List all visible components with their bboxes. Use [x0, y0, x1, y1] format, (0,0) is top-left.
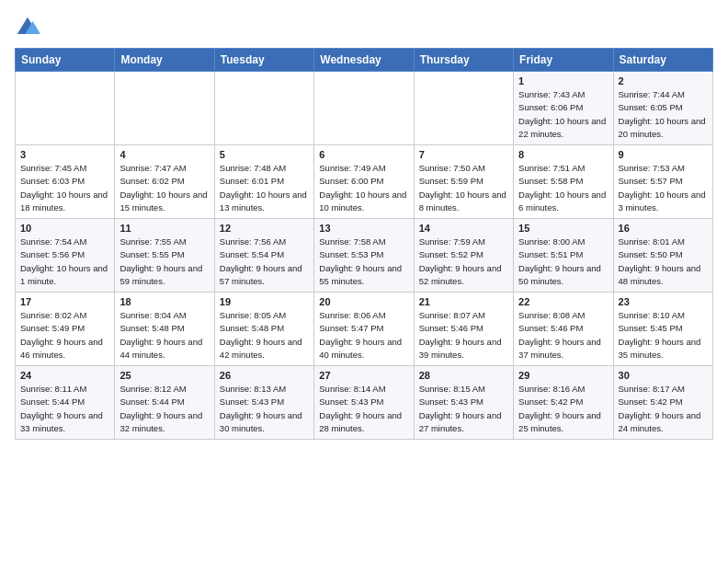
calendar-table: SundayMondayTuesdayWednesdayThursdayFrid…: [15, 48, 713, 440]
day-info: Sunrise: 8:13 AM Sunset: 5:43 PM Dayligh…: [220, 383, 309, 435]
logo: [15, 15, 44, 40]
calendar-cell: 19Sunrise: 8:05 AM Sunset: 5:48 PM Dayli…: [214, 293, 313, 366]
calendar-cell: 8Sunrise: 7:51 AM Sunset: 5:58 PM Daylig…: [514, 145, 613, 219]
day-info: Sunrise: 7:49 AM Sunset: 6:00 PM Dayligh…: [319, 162, 408, 214]
day-info: Sunrise: 7:56 AM Sunset: 5:54 PM Dayligh…: [220, 236, 309, 288]
day-info: Sunrise: 7:55 AM Sunset: 5:55 PM Dayligh…: [119, 236, 209, 288]
day-info: Sunrise: 8:15 AM Sunset: 5:43 PM Dayligh…: [419, 383, 508, 435]
day-number: 28: [419, 370, 508, 381]
day-number: 24: [20, 370, 109, 381]
day-number: 30: [619, 370, 708, 381]
day-info: Sunrise: 8:16 AM Sunset: 5:42 PM Dayligh…: [518, 383, 608, 435]
day-info: Sunrise: 7:43 AM Sunset: 6:06 PM Dayligh…: [518, 88, 608, 141]
logo-icon: [15, 15, 40, 40]
day-number: 29: [518, 370, 608, 381]
day-number: 19: [220, 296, 309, 307]
calendar-cell: 20Sunrise: 8:06 AM Sunset: 5:47 PM Dayli…: [314, 293, 414, 366]
calendar-cell: 29Sunrise: 8:16 AM Sunset: 5:42 PM Dayli…: [514, 366, 613, 440]
calendar-cell: 11Sunrise: 7:55 AM Sunset: 5:55 PM Dayli…: [115, 219, 214, 293]
week-row-4: 17Sunrise: 8:02 AM Sunset: 5:49 PM Dayli…: [16, 293, 713, 366]
calendar-cell: 16Sunrise: 8:01 AM Sunset: 5:50 PM Dayli…: [613, 219, 712, 293]
day-number: 9: [619, 149, 708, 160]
day-number: 2: [619, 75, 708, 86]
calendar-cell: 1Sunrise: 7:43 AM Sunset: 6:06 PM Daylig…: [514, 72, 613, 145]
day-number: 13: [319, 223, 408, 234]
day-number: 21: [419, 296, 508, 307]
day-info: Sunrise: 7:53 AM Sunset: 5:57 PM Dayligh…: [619, 162, 708, 214]
page-header: [15, 15, 713, 40]
day-number: 20: [319, 296, 408, 307]
calendar-cell: 9Sunrise: 7:53 AM Sunset: 5:57 PM Daylig…: [613, 145, 712, 219]
calendar-cell: 22Sunrise: 8:08 AM Sunset: 5:46 PM Dayli…: [514, 293, 613, 366]
day-info: Sunrise: 8:11 AM Sunset: 5:44 PM Dayligh…: [20, 383, 109, 435]
week-row-1: 1Sunrise: 7:43 AM Sunset: 6:06 PM Daylig…: [16, 72, 713, 145]
day-info: Sunrise: 8:17 AM Sunset: 5:42 PM Dayligh…: [619, 383, 708, 435]
day-info: Sunrise: 7:59 AM Sunset: 5:52 PM Dayligh…: [419, 236, 508, 288]
calendar-cell: [16, 72, 115, 145]
calendar-cell: 3Sunrise: 7:45 AM Sunset: 6:03 PM Daylig…: [16, 145, 115, 219]
day-number: 4: [119, 149, 209, 160]
day-info: Sunrise: 7:48 AM Sunset: 6:01 PM Dayligh…: [220, 162, 309, 214]
weekday-header-thursday: Thursday: [414, 49, 513, 72]
calendar-cell: 18Sunrise: 8:04 AM Sunset: 5:48 PM Dayli…: [115, 293, 214, 366]
day-info: Sunrise: 7:50 AM Sunset: 5:59 PM Dayligh…: [419, 162, 508, 214]
day-number: 7: [419, 149, 508, 160]
day-info: Sunrise: 8:14 AM Sunset: 5:43 PM Dayligh…: [319, 383, 408, 435]
calendar-cell: 17Sunrise: 8:02 AM Sunset: 5:49 PM Dayli…: [16, 293, 115, 366]
calendar-cell: [214, 72, 313, 145]
day-number: 12: [220, 223, 309, 234]
calendar-cell: 24Sunrise: 8:11 AM Sunset: 5:44 PM Dayli…: [16, 366, 115, 440]
calendar-cell: 5Sunrise: 7:48 AM Sunset: 6:01 PM Daylig…: [214, 145, 313, 219]
weekday-header-friday: Friday: [514, 49, 613, 72]
day-number: 5: [220, 149, 309, 160]
day-info: Sunrise: 8:08 AM Sunset: 5:46 PM Dayligh…: [518, 309, 608, 362]
week-row-5: 24Sunrise: 8:11 AM Sunset: 5:44 PM Dayli…: [16, 366, 713, 440]
day-info: Sunrise: 8:00 AM Sunset: 5:51 PM Dayligh…: [518, 236, 608, 288]
week-row-2: 3Sunrise: 7:45 AM Sunset: 6:03 PM Daylig…: [16, 145, 713, 219]
day-info: Sunrise: 8:12 AM Sunset: 5:44 PM Dayligh…: [119, 383, 209, 435]
calendar-cell: 12Sunrise: 7:56 AM Sunset: 5:54 PM Dayli…: [214, 219, 313, 293]
day-info: Sunrise: 7:51 AM Sunset: 5:58 PM Dayligh…: [518, 162, 608, 214]
weekday-header-monday: Monday: [115, 49, 214, 72]
day-info: Sunrise: 8:07 AM Sunset: 5:46 PM Dayligh…: [419, 309, 508, 362]
calendar-cell: 28Sunrise: 8:15 AM Sunset: 5:43 PM Dayli…: [414, 366, 513, 440]
day-info: Sunrise: 7:44 AM Sunset: 6:05 PM Dayligh…: [619, 88, 708, 141]
calendar-cell: 2Sunrise: 7:44 AM Sunset: 6:05 PM Daylig…: [613, 72, 712, 145]
weekday-header-wednesday: Wednesday: [314, 49, 414, 72]
day-info: Sunrise: 8:06 AM Sunset: 5:47 PM Dayligh…: [319, 309, 408, 362]
day-number: 25: [119, 370, 209, 381]
day-number: 6: [319, 149, 408, 160]
calendar-cell: 6Sunrise: 7:49 AM Sunset: 6:00 PM Daylig…: [314, 145, 414, 219]
day-number: 10: [20, 223, 109, 234]
calendar-cell: 25Sunrise: 8:12 AM Sunset: 5:44 PM Dayli…: [115, 366, 214, 440]
week-row-3: 10Sunrise: 7:54 AM Sunset: 5:56 PM Dayli…: [16, 219, 713, 293]
day-number: 26: [220, 370, 309, 381]
weekday-header-saturday: Saturday: [613, 49, 712, 72]
weekday-header-sunday: Sunday: [16, 49, 115, 72]
day-info: Sunrise: 7:47 AM Sunset: 6:02 PM Dayligh…: [119, 162, 209, 214]
calendar-cell: 23Sunrise: 8:10 AM Sunset: 5:45 PM Dayli…: [613, 293, 712, 366]
calendar-cell: [115, 72, 214, 145]
day-number: 15: [518, 223, 608, 234]
day-number: 3: [20, 149, 109, 160]
day-info: Sunrise: 8:01 AM Sunset: 5:50 PM Dayligh…: [619, 236, 708, 288]
calendar-cell: 30Sunrise: 8:17 AM Sunset: 5:42 PM Dayli…: [613, 366, 712, 440]
day-number: 23: [619, 296, 708, 307]
day-number: 11: [119, 223, 209, 234]
calendar-cell: 21Sunrise: 8:07 AM Sunset: 5:46 PM Dayli…: [414, 293, 513, 366]
day-info: Sunrise: 7:58 AM Sunset: 5:53 PM Dayligh…: [319, 236, 408, 288]
day-info: Sunrise: 7:45 AM Sunset: 6:03 PM Dayligh…: [20, 162, 109, 214]
day-number: 8: [518, 149, 608, 160]
calendar-cell: 15Sunrise: 8:00 AM Sunset: 5:51 PM Dayli…: [514, 219, 613, 293]
calendar-cell: 14Sunrise: 7:59 AM Sunset: 5:52 PM Dayli…: [414, 219, 513, 293]
calendar-cell: [414, 72, 513, 145]
day-info: Sunrise: 8:10 AM Sunset: 5:45 PM Dayligh…: [619, 309, 708, 362]
day-info: Sunrise: 7:54 AM Sunset: 5:56 PM Dayligh…: [20, 236, 109, 288]
calendar-cell: 26Sunrise: 8:13 AM Sunset: 5:43 PM Dayli…: [214, 366, 313, 440]
day-number: 17: [20, 296, 109, 307]
day-info: Sunrise: 8:05 AM Sunset: 5:48 PM Dayligh…: [220, 309, 309, 362]
weekday-header-row: SundayMondayTuesdayWednesdayThursdayFrid…: [16, 49, 713, 72]
calendar-cell: [314, 72, 414, 145]
day-number: 16: [619, 223, 708, 234]
day-number: 18: [119, 296, 209, 307]
